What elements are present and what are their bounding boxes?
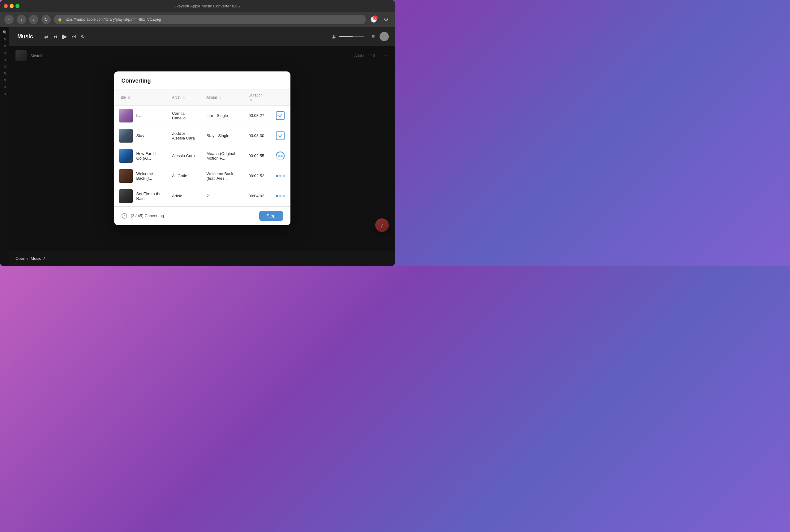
reload-button[interactable]: ↻ [41, 15, 51, 24]
open-in-music-link[interactable]: Open in Music ↗ [16, 256, 46, 261]
table-row: How Far I'll Go (Al... Alessia CaraMoana… [114, 146, 290, 166]
track-duration-cell: 00:03:30 [244, 126, 271, 146]
back-button[interactable]: ‹ [17, 15, 26, 24]
track-duration-cell: 00:02:55 [244, 146, 271, 166]
table-row: Set Fire to the Rain Adele2100:04:02 [114, 186, 290, 206]
track-title-cell: Set Fire to the Rain [114, 186, 167, 206]
track-artist-cell: Camila Cabello [167, 106, 202, 126]
volume-bar[interactable] [339, 36, 364, 37]
maximize-button[interactable] [16, 4, 19, 8]
dot-2 [279, 175, 282, 177]
window-title: Ukeysoft Apple Music Converter 8.6.7 [23, 4, 391, 8]
track-title-cell: How Far I'll Go (Al... [114, 146, 167, 166]
sidebar-note-icon-7[interactable]: ♫ [3, 78, 6, 82]
progress-circle: 61% [275, 151, 285, 161]
next-button[interactable]: ⏭ [72, 34, 76, 39]
dot-3 [283, 195, 285, 197]
stop-button[interactable]: Stop [259, 211, 283, 221]
forward-button[interactable]: › [29, 15, 38, 24]
modal-overlay: Converting Title ⇅ [9, 46, 395, 250]
title-sort-icon: ⇅ [128, 96, 130, 99]
track-status-cell [270, 186, 290, 206]
gear-icon: ⚙ [384, 16, 388, 23]
prev-button[interactable]: ⏮ [53, 34, 58, 39]
volume-icon: 🔈 [332, 34, 337, 39]
minimize-button[interactable] [9, 4, 14, 8]
progress-text: 61% [277, 154, 283, 157]
address-bar[interactable]: 🔒 https://music.apple.com/library/playli… [54, 15, 366, 24]
track-name: Set Fire to the Rain [136, 191, 162, 201]
music-logo: Music [16, 33, 33, 40]
dot-2 [279, 195, 282, 197]
url-text: https://music.apple.com/library/playlist… [65, 17, 161, 22]
track-name: Welcome Back (f... [136, 171, 162, 180]
title-bar: Ukeysoft Apple Music Converter 8.6.7 [0, 0, 395, 12]
bottom-bar: Open in Music ↗ [9, 250, 395, 266]
sidebar-note-icon-4[interactable]: ♫ [3, 58, 6, 62]
track-title-cell: Stay [114, 126, 167, 146]
track-title-cell: Liar [114, 106, 167, 126]
track-cell: Stay [119, 129, 162, 142]
album-art [119, 109, 133, 122]
track-album-cell: Stay - Single [202, 126, 244, 146]
tracks-table: Title ⇅ Artist ⇅ Album [114, 89, 290, 206]
col-status[interactable]: ⇅ [270, 89, 290, 106]
album-art [119, 149, 133, 163]
sidebar-note-icon-8[interactable]: ♫ [3, 85, 6, 89]
track-cell: Welcome Back (f... [119, 169, 162, 183]
music-area: 🔍 ♫ ♫ ♫ ♫ ♫ ♫ ♫ ♫ ♫ Music ⇄ ⏮ ▶ [0, 27, 395, 266]
converting-status: (3 / 45) Converting [131, 213, 255, 218]
avatar[interactable] [380, 32, 389, 41]
sidebar-note-icon-6[interactable]: ♫ [3, 71, 6, 75]
sidebar-note-icon-3[interactable]: ♫ [3, 51, 6, 55]
traffic-lights [4, 4, 19, 8]
music-content: Skyfall Adele 4:46 ··· ♪ Converting [9, 46, 395, 250]
track-status-cell [270, 106, 290, 126]
music-topbar: Music ⇄ ⏮ ▶ ⏭ ↻ 🔈 ≡ [9, 27, 395, 46]
track-status-cell [270, 166, 290, 186]
info-icon[interactable]: i [121, 213, 127, 219]
sidebar-note-icon-1[interactable]: ♫ [3, 37, 6, 41]
home-button[interactable]: ⌂ [4, 15, 14, 24]
history-badge: 2 [373, 16, 378, 20]
repeat-button[interactable]: ↻ [81, 34, 85, 40]
track-album-cell: 21 [202, 186, 244, 206]
dot-3 [283, 175, 285, 177]
track-artist-cell: Alessia Cara [167, 146, 202, 166]
dot-1 [276, 175, 278, 177]
menu-button[interactable]: ≡ [372, 34, 374, 39]
album-art [119, 129, 133, 142]
loading-dots [276, 175, 285, 177]
tracks-tbody: Liar Camila CabelloLiar - Single00:03:27… [114, 106, 290, 206]
music-main: Music ⇄ ⏮ ▶ ⏭ ↻ 🔈 ≡ [9, 27, 395, 266]
artist-sort-icon: ⇅ [182, 96, 185, 99]
track-album-cell: Moana (Original Motion P... [202, 146, 244, 166]
album-sort-icon: ⇅ [219, 96, 221, 99]
settings-button[interactable]: ⚙ [381, 15, 391, 24]
done-checkmark [276, 111, 285, 120]
col-duration[interactable]: Duration ⇅ [244, 89, 271, 106]
shuffle-button[interactable]: ⇄ [44, 34, 48, 40]
modal-title: Converting [121, 78, 283, 84]
close-button[interactable] [4, 4, 8, 8]
sidebar-note-icon-2[interactable]: ♫ [3, 44, 6, 48]
col-artist[interactable]: Artist ⇅ [167, 89, 202, 106]
table-row: Liar Camila CabelloLiar - Single00:03:27 [114, 106, 290, 126]
col-title[interactable]: Title ⇅ [114, 89, 167, 106]
status-done-icon [275, 131, 285, 140]
status-waiting-icon [275, 175, 285, 177]
sidebar-note-icon-9[interactable]: ♫ [3, 92, 6, 96]
status-progress-icon: 61% [275, 151, 285, 161]
track-artist-cell: Adele [167, 186, 202, 206]
sidebar: 🔍 ♫ ♫ ♫ ♫ ♫ ♫ ♫ ♫ ♫ [0, 27, 9, 266]
play-button[interactable]: ▶ [62, 33, 67, 40]
track-artist-cell: Zedd & Alessia Cara [167, 126, 202, 146]
col-album[interactable]: Album ⇅ [202, 89, 244, 106]
track-duration-cell: 00:03:27 [244, 106, 271, 126]
sidebar-search-icon[interactable]: 🔍 [2, 30, 7, 35]
table-wrapper[interactable]: Title ⇅ Artist ⇅ Album [114, 89, 290, 206]
sidebar-note-icon-5[interactable]: ♫ [3, 64, 6, 69]
app-window: Ukeysoft Apple Music Converter 8.6.7 ⌂ ‹… [0, 0, 395, 266]
history-button[interactable]: 🕐 2 [369, 15, 378, 24]
track-title-cell: Welcome Back (f... [114, 166, 167, 186]
